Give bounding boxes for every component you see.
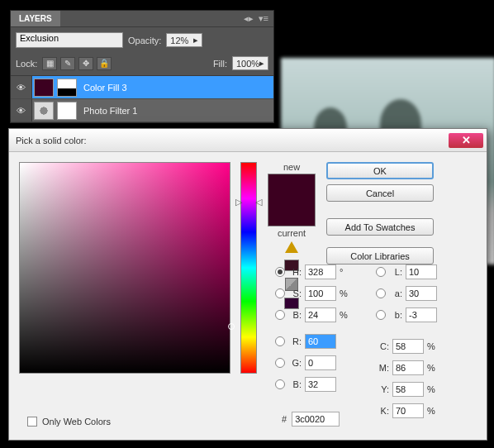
current-label: current: [267, 228, 316, 238]
lock-paint-icon[interactable]: ✎: [60, 57, 75, 70]
layer-thumb[interactable]: [34, 102, 54, 120]
g-label: G:: [288, 358, 302, 368]
panel-menu-icon[interactable]: ▾≡: [259, 13, 268, 24]
b2-label: B:: [288, 379, 302, 389]
layer-row[interactable]: 👁 Color Fill 3: [11, 76, 273, 99]
b-input[interactable]: [305, 307, 336, 322]
l-radio[interactable]: [376, 267, 386, 277]
layers-list: 👁 Color Fill 3 👁 Photo Filter 1: [11, 76, 273, 122]
lock-transparency-icon[interactable]: ▦: [42, 57, 57, 70]
cancel-button[interactable]: Cancel: [326, 184, 434, 202]
a-label: a:: [389, 288, 402, 298]
g-radio[interactable]: [275, 358, 285, 368]
dialog-title: Pick a solid color:: [16, 136, 87, 145]
lock-all-icon[interactable]: 🔒: [97, 57, 112, 70]
r-input[interactable]: [305, 334, 336, 349]
l-input[interactable]: [406, 265, 437, 279]
only-web-colors[interactable]: Only Web Colors: [27, 417, 111, 427]
m-label: M:: [376, 363, 389, 373]
dialog-titlebar[interactable]: Pick a solid color: ✕: [9, 129, 487, 152]
visibility-icon[interactable]: 👁: [11, 99, 32, 122]
lock-position-icon[interactable]: ✥: [78, 57, 93, 70]
new-color-swatch: [268, 174, 315, 200]
m-input[interactable]: [392, 360, 424, 375]
k-label: K:: [376, 406, 389, 416]
r-label: R:: [288, 336, 302, 346]
r-radio[interactable]: [275, 336, 285, 346]
pct-unit: %: [427, 363, 439, 373]
l-label: L:: [389, 267, 402, 277]
layer-mask-thumb[interactable]: [57, 79, 77, 97]
hue-handle[interactable]: ▷◁: [235, 197, 262, 207]
fill-label: Fill:: [213, 59, 227, 69]
ok-button[interactable]: OK: [326, 162, 434, 179]
fill-value[interactable]: 100% ▸: [232, 56, 268, 70]
hue-slider[interactable]: [240, 162, 257, 374]
a-radio[interactable]: [376, 288, 386, 298]
layer-name[interactable]: Photo Filter 1: [78, 106, 137, 116]
opacity-value[interactable]: 12% ▸: [166, 33, 202, 47]
hex-field: #: [282, 412, 340, 427]
layers-panel: LAYERS ◂▸ ▾≡ Exclusion Opacity: 12% ▸ Lo…: [10, 10, 274, 123]
lab-b-radio[interactable]: [376, 310, 386, 320]
panel-collapse-icon[interactable]: ◂▸: [244, 13, 254, 24]
hex-label: #: [282, 414, 287, 424]
s-label: S:: [288, 288, 302, 298]
layers-tab[interactable]: LAYERS: [11, 11, 60, 26]
layer-name[interactable]: Color Fill 3: [78, 83, 127, 93]
layer-mask-thumb[interactable]: [57, 102, 77, 120]
new-label: new: [267, 162, 316, 172]
saturation-value-field[interactable]: [19, 162, 230, 374]
pct-unit: %: [427, 406, 439, 416]
close-icon[interactable]: ✕: [449, 133, 483, 148]
layer-row[interactable]: 👁 Photo Filter 1: [11, 99, 273, 122]
only-web-label: Only Web Colors: [42, 417, 111, 427]
b-label: B:: [288, 310, 302, 320]
c-label: C:: [376, 341, 389, 351]
color-preview: [268, 174, 316, 226]
pct-unit: %: [427, 384, 439, 394]
b2-input[interactable]: [305, 377, 336, 392]
lock-icons: ▦ ✎ ✥ 🔒: [42, 57, 112, 70]
a-input[interactable]: [406, 286, 437, 301]
k-input[interactable]: [392, 403, 424, 418]
lock-label: Lock:: [16, 59, 37, 69]
hex-input[interactable]: [292, 412, 340, 427]
h-input[interactable]: [305, 265, 336, 279]
y-input[interactable]: [392, 382, 424, 397]
visibility-icon[interactable]: 👁: [11, 76, 32, 98]
s-input[interactable]: [305, 286, 336, 301]
g-input[interactable]: [305, 355, 336, 370]
h-label: H:: [288, 267, 302, 277]
opacity-label: Opacity:: [128, 36, 161, 45]
current-color-swatch[interactable]: [268, 200, 315, 226]
pct-unit: %: [340, 310, 351, 320]
layer-thumb[interactable]: [34, 79, 54, 97]
layers-header: LAYERS ◂▸ ▾≡: [11, 11, 273, 27]
color-picker-dialog: Pick a solid color: ✕ ▷◁ new current: [8, 128, 487, 441]
sv-handle[interactable]: [228, 323, 235, 330]
bri-radio[interactable]: [275, 310, 285, 320]
b2-radio[interactable]: [275, 379, 285, 389]
lab-b-input[interactable]: [406, 307, 437, 322]
deg-unit: °: [340, 267, 351, 277]
layers-options-row: Exclusion Opacity: 12% ▸: [11, 27, 273, 53]
c-input[interactable]: [392, 339, 424, 354]
pct-unit: %: [340, 288, 351, 298]
y-label: Y:: [376, 384, 389, 394]
gamut-warning-icon[interactable]: [285, 241, 298, 253]
add-swatches-button[interactable]: Add To Swatches: [326, 218, 434, 236]
sat-radio[interactable]: [275, 288, 285, 298]
cmyk-fields: C:% M:% Y:% K:%: [376, 336, 439, 422]
blend-mode-select[interactable]: Exclusion: [16, 32, 123, 48]
lab-b-label: b:: [389, 310, 402, 320]
layers-lock-row: Lock: ▦ ✎ ✥ 🔒 Fill: 100% ▸: [11, 53, 273, 76]
pct-unit: %: [427, 341, 439, 351]
only-web-checkbox[interactable]: [27, 417, 37, 427]
hue-radio[interactable]: [275, 267, 285, 277]
